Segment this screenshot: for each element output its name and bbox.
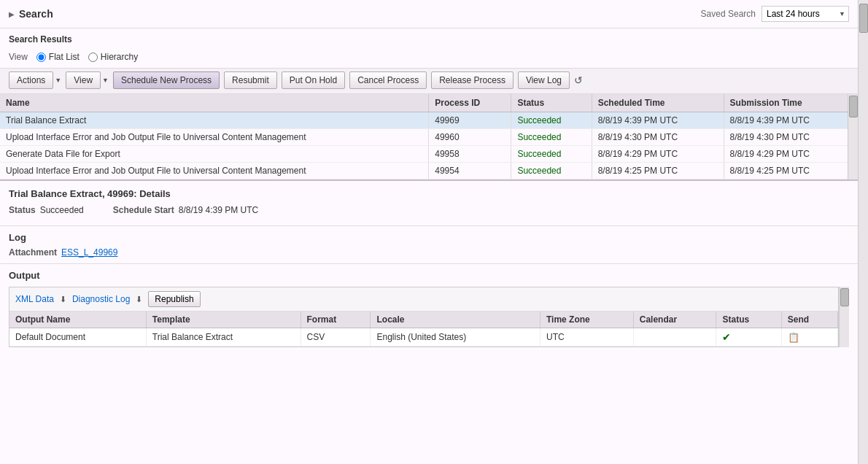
table-header-row: Name Process ID Status Scheduled Time Su (0, 94, 858, 112)
schedule-start-field: Schedule Start 8/8/19 4:39 PM UTC (113, 205, 258, 215)
output-scroll-y[interactable] (839, 287, 849, 347)
diagnostic-download-icon[interactable]: ⬇ (136, 295, 142, 304)
out-cell-status: ✔ (716, 328, 781, 347)
xml-data-link[interactable]: XML Data (15, 294, 54, 304)
attachment-label: Attachment (9, 247, 57, 258)
out-col-format[interactable]: Format (301, 312, 371, 328)
col-submission-time[interactable]: Submission Time (724, 94, 857, 112)
search-title: Search (19, 8, 53, 20)
actions-button[interactable]: Actions (9, 71, 53, 89)
output-container: XML Data ⬇ Diagnostic Log ⬇ Republish Ou… (9, 287, 849, 347)
output-toolbar: XML Data ⬇ Diagnostic Log ⬇ Republish (9, 287, 838, 312)
cell-status: Succeeded (511, 146, 592, 163)
view-chevron-icon: ▼ (102, 77, 109, 84)
schedule-new-process-button[interactable]: Schedule New Process (113, 71, 220, 89)
saved-search-label: Saved Search (701, 9, 756, 19)
col-scheduled-time[interactable]: Scheduled Time (592, 94, 724, 112)
main-scrollbar[interactable] (858, 0, 868, 464)
out-col-template[interactable]: Template (146, 312, 301, 328)
details-row: Status Succeeded Schedule Start 8/8/19 4… (9, 205, 849, 215)
col-status[interactable]: Status (511, 94, 592, 112)
out-col-send[interactable]: Send (781, 312, 837, 328)
log-title: Log (9, 232, 849, 243)
flat-list-label: Flat List (49, 52, 80, 62)
saved-search-select-wrapper[interactable]: Last 24 hours Last 7 days Last 30 days (762, 6, 849, 22)
out-cell-send[interactable]: 📋 (781, 328, 837, 347)
cell-submission-time: 8/8/19 4:30 PM UTC (724, 129, 857, 146)
output-scroll-thumb[interactable] (840, 288, 849, 306)
out-cell-template: Trial Balance Extract (146, 328, 301, 347)
saved-search-select[interactable]: Last 24 hours Last 7 days Last 30 days (762, 6, 849, 22)
attachment-link[interactable]: ESS_L_49969 (61, 247, 117, 258)
table-scroll-thumb[interactable] (849, 96, 858, 117)
status-value: Succeeded (40, 205, 84, 215)
actions-dropdown[interactable]: Actions ▼ (9, 71, 61, 89)
col-name[interactable]: Name (0, 94, 429, 112)
cancel-process-button[interactable]: Cancel Process (349, 71, 427, 89)
out-cell-calendar (633, 328, 716, 347)
results-table: Name Process ID Status Scheduled Time Su (0, 94, 858, 179)
view-dropdown[interactable]: View ▼ (66, 71, 109, 89)
output-table-row[interactable]: Default Document Trial Balance Extract C… (9, 328, 838, 347)
search-results-label: Search Results (0, 28, 858, 49)
cell-scheduled-time: 8/8/19 4:29 PM UTC (592, 146, 724, 163)
search-header: ▶ Search Saved Search Last 24 hours Last… (0, 0, 858, 28)
hierarchy-option[interactable]: Hierarchy (88, 52, 138, 62)
republish-button[interactable]: Republish (148, 291, 200, 307)
release-process-button[interactable]: Release Process (431, 71, 514, 89)
view-log-button[interactable]: View Log (518, 71, 570, 89)
hierarchy-radio[interactable] (88, 53, 98, 62)
cell-submission-time: 8/8/19 4:29 PM UTC (724, 146, 857, 163)
schedule-start-value: 8/8/19 4:39 PM UTC (179, 205, 258, 215)
resubmit-button[interactable]: Resubmit (224, 71, 277, 89)
cell-scheduled-time: 8/8/19 4:25 PM UTC (592, 163, 724, 179)
col-process-id[interactable]: Process ID (429, 94, 511, 112)
attachment-row: Attachment ESS_L_49969 (9, 247, 849, 258)
cell-status: Succeeded (511, 112, 592, 129)
table-scroll-y[interactable] (848, 94, 858, 179)
table-row[interactable]: Upload Interface Error and Job Output Fi… (0, 129, 858, 146)
out-col-timezone[interactable]: Time Zone (540, 312, 633, 328)
details-section: Trial Balance Extract, 49969: Details St… (0, 179, 858, 225)
out-col-status[interactable]: Status (716, 312, 781, 328)
results-table-container: Name Process ID Status Scheduled Time Su (0, 94, 858, 179)
out-col-output-name[interactable]: Output Name (9, 312, 146, 328)
out-col-calendar[interactable]: Calendar (633, 312, 716, 328)
output-header-row: Output Name Template Format Locale Time … (9, 312, 838, 328)
flat-list-option[interactable]: Flat List (36, 52, 80, 62)
cell-name: Generate Data File for Export (0, 146, 429, 163)
saved-search-area: Saved Search Last 24 hours Last 7 days L… (701, 6, 849, 22)
cell-name: Upload Interface Error and Job Output Fi… (0, 129, 429, 146)
refresh-button[interactable]: ↺ (574, 74, 583, 86)
view-row: View Flat List Hierarchy (0, 49, 858, 68)
cell-status: Succeeded (511, 163, 592, 179)
output-inner: XML Data ⬇ Diagnostic Log ⬇ Republish Ou… (9, 287, 839, 347)
output-section: Output XML Data ⬇ Diagnostic Log ⬇ Repub… (0, 263, 858, 353)
view-label: View (9, 52, 28, 62)
cell-process-id: 49954 (429, 163, 511, 179)
cell-process-id: 49969 (429, 112, 511, 129)
table-row[interactable]: Generate Data File for Export 49958 Succ… (0, 146, 858, 163)
cell-submission-time: 8/8/19 4:25 PM UTC (724, 163, 857, 179)
search-title-area: ▶ Search (9, 8, 53, 20)
view-button[interactable]: View (66, 71, 101, 89)
out-cell-format: CSV (301, 328, 371, 347)
diagnostic-log-link[interactable]: Diagnostic Log (72, 294, 130, 304)
flat-list-radio[interactable] (36, 53, 46, 62)
out-cell-timezone: UTC (540, 328, 633, 347)
table-row[interactable]: Upload Interface Error and Job Output Fi… (0, 163, 858, 179)
main-scroll-thumb[interactable] (859, 4, 868, 33)
log-section: Log Attachment ESS_L_49969 (0, 225, 858, 263)
out-col-locale[interactable]: Locale (371, 312, 540, 328)
schedule-start-label: Schedule Start (113, 205, 174, 215)
expand-icon[interactable]: ▶ (9, 10, 15, 18)
table-row[interactable]: Trial Balance Extract 49969 Succeeded 8/… (0, 112, 858, 129)
cell-process-id: 49958 (429, 146, 511, 163)
status-field: Status Succeeded (9, 205, 84, 215)
xml-download-icon[interactable]: ⬇ (60, 295, 66, 304)
status-label: Status (9, 205, 36, 215)
output-title: Output (9, 270, 849, 281)
cell-scheduled-time: 8/8/19 4:39 PM UTC (592, 112, 724, 129)
hierarchy-label: Hierarchy (101, 52, 138, 62)
put-on-hold-button[interactable]: Put On Hold (282, 71, 345, 89)
